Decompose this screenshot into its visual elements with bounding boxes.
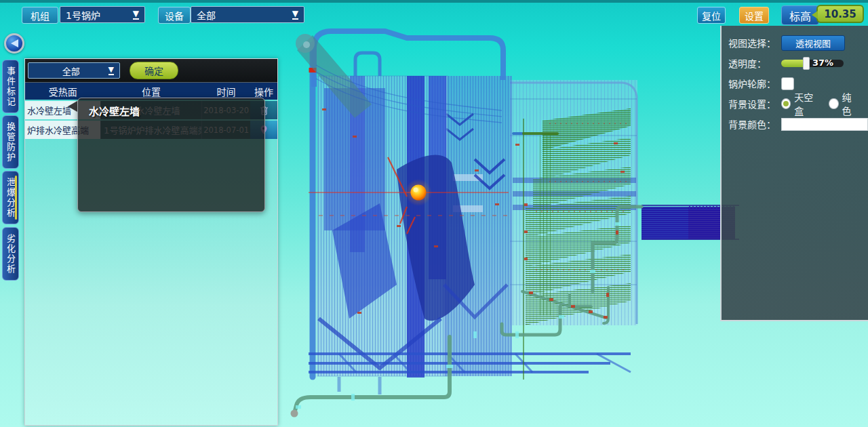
event-marker-orb[interactable] [405,179,432,206]
unit-dropdown-value: 1号锅炉 [66,8,100,22]
elevation-value-badge: 10.35 [816,5,864,23]
tooltip-text: 水冷壁左墙 [89,104,264,118]
device-dropdown[interactable]: 全部 ▼ [191,6,304,23]
filter-dropdown-value: 全部 [62,64,80,77]
col-header-position: 位置 [100,85,201,98]
perspective-view-button[interactable]: 透视视图 [781,35,845,51]
opacity-slider-fill [781,60,806,67]
skybox-radio-option[interactable]: 天空盒 [781,90,819,117]
view-select-label: 视图选择： [728,36,781,49]
solid-color-radio-option[interactable]: 纯色 [829,90,859,117]
boiler-structure [291,31,740,418]
opacity-slider-handle[interactable] [803,57,810,70]
back-arrow-icon [11,39,18,47]
bg-mode-label: 背景设置： [728,97,781,110]
back-button[interactable] [4,33,24,54]
opacity-slider[interactable]: 37% [781,60,844,67]
opacity-value: 37% [812,58,833,68]
radio-unselected-icon [829,98,838,109]
solid-color-option-label: 纯色 [842,90,859,117]
unit-dropdown[interactable]: 1号锅炉 ▼ [60,6,145,23]
filter-dropdown[interactable]: 全部 ▼ [28,62,120,79]
event-list-panel: 全部 ▼ 确定 受热面 位置 时间 操作 水冷壁左墙 1号锅炉水冷壁左墙 201… [24,58,278,426]
sidebar-tab-tube-protection[interactable]: 换管防护 [2,115,19,169]
sidebar-tab-event-marking[interactable]: 事件标记 [2,60,19,113]
tab-label: 劣化分析 [4,234,17,274]
caret-down-icon: ▼ [292,9,298,20]
device-label: 设备 [158,7,191,24]
skybox-option-label: 天空盒 [794,90,819,117]
outline-label: 锅炉轮廓： [728,77,781,90]
sidebar-tab-explosion-analysis[interactable]: 泄爆分析 [2,171,19,224]
tab-label: 换管防护 [4,122,17,163]
tab-label: 事件标记 [4,66,17,107]
bg-color-label: 背景颜色： [728,117,781,131]
sidebar-tab-degradation-analysis[interactable]: 劣化分析 [2,227,19,281]
boiler-outline-checkbox[interactable] [781,77,794,90]
top-edge-bar [0,0,868,3]
background-color-swatch[interactable] [781,118,868,131]
tooltip-arrow [68,101,77,112]
settings-button[interactable]: 设置 [739,7,769,24]
caret-down-icon: ▼ [108,66,114,75]
confirm-button[interactable]: 确定 [130,62,178,79]
radio-selected-icon [781,98,791,109]
reset-button[interactable]: 复位 [697,7,726,24]
view-settings-panel: 视图选择： 透视视图 透明度： 37% 锅炉轮廓： 背景设置： 天空盒 纯色 背… [720,26,868,321]
device-dropdown-value: 全部 [197,8,216,22]
col-header-action: 操作 [250,85,277,98]
tab-label: 泄爆分析 [4,178,17,218]
col-header-surface: 受热面 [25,85,100,98]
top-toolbar: 机组 1号锅炉 ▼ 设备 全部 ▼ 复位 设置 标高 10.35 [0,0,868,27]
caret-down-icon: ▼ [133,9,139,20]
col-header-time: 时间 [202,85,251,98]
unit-label: 机组 [22,7,58,24]
surface-tooltip: 水冷壁左墙 [77,98,265,212]
elevation-value: 10.35 [824,8,856,20]
opacity-label: 透明度： [728,56,781,70]
event-panel-header: 全部 ▼ 确定 [25,59,277,83]
